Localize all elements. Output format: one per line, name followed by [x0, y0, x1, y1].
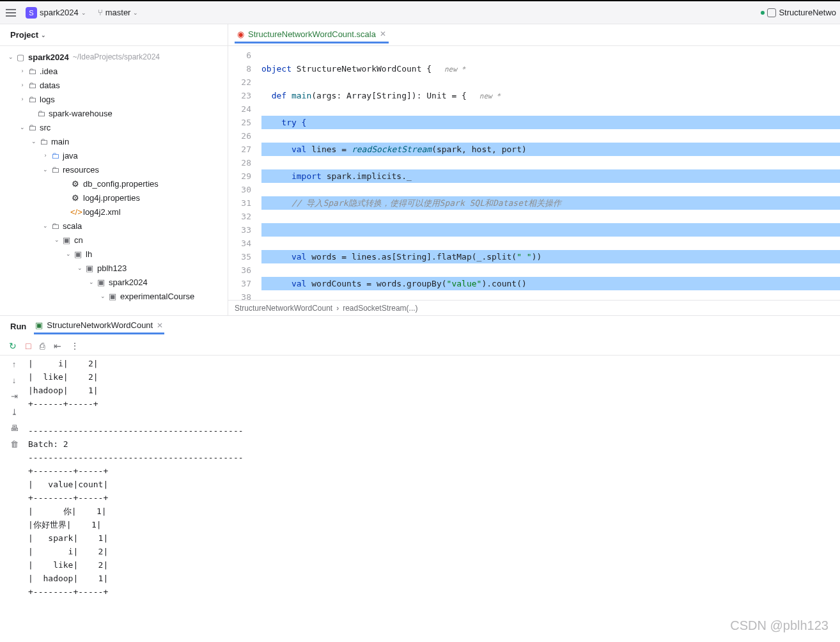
- properties-file-icon: ⚙: [70, 179, 81, 189]
- more-icon[interactable]: ⋮: [70, 341, 79, 351]
- run-config-icon: ▣: [35, 320, 43, 330]
- tree-node-lh[interactable]: ⌄▣lh: [0, 247, 228, 261]
- tree-label: lh: [86, 249, 92, 259]
- package-icon: ▣: [84, 263, 95, 273]
- folder-icon: 🗀: [27, 81, 37, 90]
- down-arrow-icon[interactable]: ↓: [12, 375, 17, 385]
- tree-node-resources[interactable]: ⌄🗀resources: [0, 162, 228, 176]
- breadcrumb[interactable]: StructureNetworkWordCount › readSocketSt…: [228, 300, 840, 315]
- tree-label: datas: [40, 81, 60, 90]
- print-icon[interactable]: 🖶: [10, 423, 19, 433]
- tree-node-datas[interactable]: ›🗀datas: [0, 78, 228, 92]
- run-header: Run ▣ StructureNetworkWordCount ✕: [0, 316, 840, 336]
- tree-node-src[interactable]: ⌄🗀src: [0, 120, 228, 134]
- close-icon[interactable]: ✕: [380, 29, 386, 38]
- project-panel-header[interactable]: Project ⌄: [0, 24, 228, 46]
- tree-node-java[interactable]: ›🗀java: [0, 148, 228, 162]
- chevron-down-icon: ⌄: [64, 251, 73, 257]
- tree-node-spark-warehouse[interactable]: 🗀spark-warehouse: [0, 106, 228, 120]
- project-name: spark2024: [40, 8, 79, 17]
- tab-label: StructureNetworkWordCount.scala: [248, 29, 376, 39]
- tree-file-log4j2[interactable]: </>log4j2.xml: [0, 205, 228, 219]
- up-arrow-icon[interactable]: ↑: [12, 359, 17, 369]
- tree-node-cn[interactable]: ⌄▣cn: [0, 233, 228, 247]
- run-toolbar: ↻ □ ⎙ ⇤ ⋮: [0, 336, 840, 356]
- xml-file-icon: </>: [70, 207, 81, 217]
- project-badge-icon: S: [26, 7, 37, 19]
- properties-file-icon: ⚙: [70, 193, 81, 203]
- folder-icon: 🗀: [38, 137, 49, 146]
- tree-label: cn: [74, 235, 83, 245]
- breadcrumb-item[interactable]: StructureNetworkWordCount: [235, 304, 332, 313]
- project-panel: Project ⌄ ⌄ ▢ spark2024 ~/IdeaProjects/s…: [0, 24, 228, 315]
- tree-root[interactable]: ⌄ ▢ spark2024 ~/IdeaProjects/spark2024: [0, 50, 228, 64]
- chevron-down-icon: ⌄: [41, 32, 46, 38]
- tree-label: scala: [63, 221, 82, 231]
- package-icon: ▣: [61, 235, 72, 245]
- stop-icon[interactable]: □: [26, 341, 31, 351]
- folder-icon: 🗀: [27, 67, 37, 76]
- branch-dropdown[interactable]: ⑂ master ⌄: [94, 6, 143, 19]
- tree-node-scala[interactable]: ⌄🗀scala: [0, 219, 228, 233]
- run-label[interactable]: Run: [10, 322, 26, 331]
- folder-icon: 🗀: [50, 221, 60, 231]
- run-config-label: StructureNetwo: [779, 8, 836, 17]
- soft-wrap-icon[interactable]: ⇥: [11, 391, 18, 401]
- tree-node-spark2024-pkg[interactable]: ⌄▣spark2024: [0, 275, 228, 289]
- chevron-down-icon: ⌄: [6, 54, 15, 60]
- folder-icon: 🗀: [27, 123, 37, 132]
- run-tab[interactable]: ▣ StructureNetworkWordCount ✕: [34, 318, 164, 334]
- tree-node-logs[interactable]: ›🗀logs: [0, 92, 228, 106]
- run-config-icon[interactable]: [767, 8, 776, 17]
- trash-icon[interactable]: 🗑: [10, 439, 19, 449]
- folder-icon: 🗀: [36, 109, 46, 118]
- branch-name: master: [105, 8, 131, 17]
- run-body: ↑ ↓ ⇥ ⤓ 🖶 🗑 | i| 2| | like| 2| |hadoop| …: [0, 356, 840, 641]
- run-tab-label: StructureNetworkWordCount: [47, 320, 153, 330]
- run-sidebar: ↑ ↓ ⇥ ⤓ 🖶 🗑: [0, 356, 28, 641]
- breadcrumb-item[interactable]: readSocketStream(...): [343, 304, 417, 313]
- chevron-down-icon: ⌄: [133, 10, 138, 16]
- chevron-down-icon: ⌄: [52, 237, 61, 243]
- chevron-right-icon: ›: [41, 152, 50, 159]
- screenshot-icon[interactable]: ⎙: [40, 341, 45, 351]
- chevron-down-icon: ⌄: [87, 279, 96, 285]
- tree-label: resources: [63, 165, 99, 175]
- console-output[interactable]: | i| 2| | like| 2| |hadoop| 1| +------+-…: [28, 356, 840, 641]
- project-tree: ⌄ ▢ spark2024 ~/IdeaProjects/spark2024 ›…: [0, 46, 228, 315]
- tree-label: spark2024: [28, 52, 69, 62]
- tree-node-idea[interactable]: ›🗀.idea: [0, 64, 228, 78]
- chevron-down-icon: ⌄: [29, 138, 38, 145]
- code-content[interactable]: object StructureNetworkWordCount { new *…: [256, 46, 840, 300]
- rerun-icon[interactable]: ↻: [9, 341, 17, 351]
- tab-structurenetworkwordcount[interactable]: ◉ StructureNetworkWordCount.scala ✕: [235, 27, 389, 43]
- panel-title: Project: [10, 30, 38, 40]
- status-dot-icon: [761, 11, 765, 15]
- hamburger-menu-icon[interactable]: [4, 6, 18, 20]
- tree-file-log4j[interactable]: ⚙log4j.properties: [0, 191, 228, 205]
- scala-file-icon: ◉: [237, 29, 244, 39]
- exit-icon[interactable]: ⇤: [54, 341, 61, 351]
- tree-node-experimental[interactable]: ⌄▣experimentalCourse: [0, 289, 228, 303]
- editor-tabs: ◉ StructureNetworkWordCount.scala ✕: [228, 24, 840, 46]
- tree-label: log4j.properties: [83, 193, 140, 203]
- chevron-down-icon: ⌄: [18, 124, 27, 130]
- project-dropdown[interactable]: S spark2024 ⌄: [22, 5, 90, 20]
- tree-label: experimentalCourse: [120, 292, 194, 301]
- chevron-down-icon: ⌄: [75, 265, 84, 271]
- code-editor[interactable]: 682223242526272829303132333435363738 obj…: [228, 46, 840, 300]
- tree-label: java: [63, 151, 78, 160]
- chevron-down-icon: ⌄: [41, 223, 50, 229]
- chevron-right-icon: ›: [18, 96, 27, 102]
- close-icon[interactable]: ✕: [157, 321, 163, 330]
- tree-node-pblh123[interactable]: ⌄▣pblh123: [0, 261, 228, 275]
- tree-node-main[interactable]: ⌄🗀main: [0, 134, 228, 148]
- chevron-down-icon: ⌄: [98, 293, 107, 299]
- scroll-end-icon[interactable]: ⤓: [11, 407, 18, 417]
- tree-label: logs: [40, 95, 55, 104]
- tree-label: .idea: [40, 67, 58, 76]
- editor-area: ◉ StructureNetworkWordCount.scala ✕ 6822…: [228, 24, 840, 315]
- tree-label: spark2024: [109, 278, 148, 287]
- tree-file-db-config[interactable]: ⚙db_config.properties: [0, 176, 228, 191]
- folder-icon: ▢: [15, 52, 26, 62]
